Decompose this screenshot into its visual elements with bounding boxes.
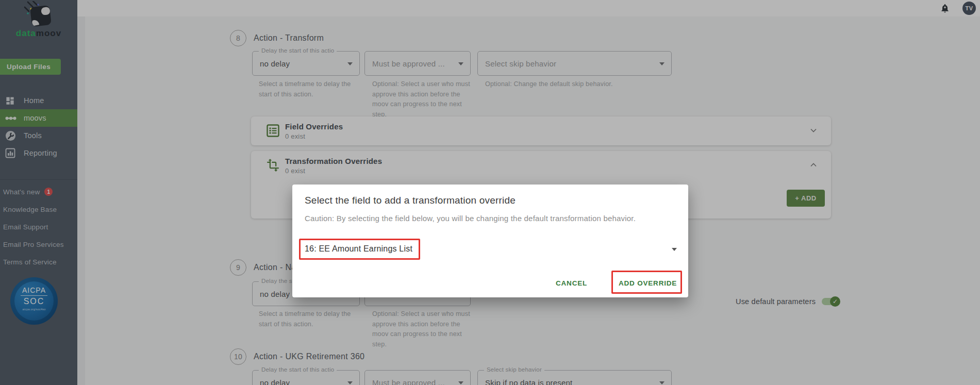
dialog-caution-text: Caution: By selecting the field below, y… [305,214,636,223]
field-select-value: 16: EE Amount Earnings List [305,244,412,254]
transformation-override-dialog: Select the field to add a transformation… [292,185,688,297]
dropdown-arrow-icon [672,248,677,251]
cancel-button[interactable]: CANCEL [552,276,591,290]
add-override-confirm-button[interactable]: ADD OVERRIDE [614,276,681,290]
dialog-title: Select the field to add a transformation… [305,195,516,206]
field-select[interactable]: 16: EE Amount Earnings List [300,240,681,259]
